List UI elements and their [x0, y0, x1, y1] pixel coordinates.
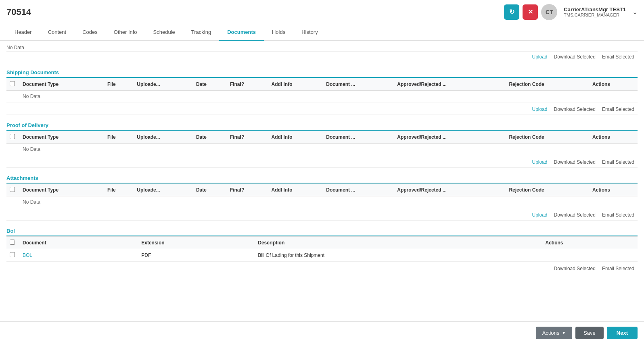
pod-email-selected[interactable]: Email Selected	[602, 159, 634, 165]
pod-col-doc: Document ...	[323, 131, 394, 144]
first-upload-link[interactable]: Upload	[532, 54, 548, 60]
pod-col-doctype: Document Type	[19, 131, 104, 144]
attachments-header: Attachments	[6, 171, 638, 183]
shipping-col-addl: Addl Info	[268, 78, 323, 91]
proof-of-delivery-table: Document Type File Uploade... Date Final…	[6, 131, 638, 155]
bottom-bar: Actions ▼ Save Next	[0, 321, 644, 337]
att-col-approved: Approved/Rejected ...	[394, 184, 506, 196]
att-no-data-row: No Data	[6, 196, 638, 208]
bol-actions-cell	[542, 249, 638, 262]
proof-of-delivery-header: Proof of Delivery	[6, 118, 638, 131]
att-no-data: No Data	[19, 196, 638, 208]
bol-row-checkbox[interactable]	[10, 252, 15, 257]
close-button[interactable]: ✕	[523, 4, 538, 20]
avatar: CT	[541, 4, 557, 20]
tab-codes[interactable]: Codes	[74, 24, 106, 41]
tab-schedule[interactable]: Schedule	[145, 24, 183, 41]
shipping-col-rejection: Rejection Code	[506, 78, 589, 91]
pod-col-rejection: Rejection Code	[506, 131, 589, 144]
pod-download-selected[interactable]: Download Selected	[554, 159, 596, 165]
att-col-actions: Actions	[589, 184, 638, 196]
attachments-section: Attachments Document Type File Uploade..…	[6, 171, 638, 221]
tab-holds[interactable]: Holds	[264, 24, 293, 41]
att-col-file: File	[104, 184, 134, 196]
pod-no-data: No Data	[19, 144, 638, 155]
shipping-col-file: File	[104, 78, 134, 91]
bol-table: Document Extension Description Actions B…	[6, 236, 638, 262]
shipping-no-data: No Data	[19, 91, 638, 102]
pod-col-actions: Actions	[589, 131, 638, 144]
tab-tracking[interactable]: Tracking	[183, 24, 219, 41]
bol-col-actions: Actions	[542, 237, 638, 249]
tabs-bar: Header Content Codes Other Info Schedule…	[0, 24, 644, 41]
refresh-button[interactable]: ↻	[504, 4, 519, 20]
att-upload-link[interactable]: Upload	[532, 212, 548, 218]
shipping-table-actions: Upload Download Selected Email Selected	[6, 104, 638, 115]
bol-document-link[interactable]: BOL	[23, 252, 32, 258]
user-role: TMS.CARRIER_MANAGER	[564, 13, 626, 17]
shipping-col-date: Date	[193, 78, 227, 91]
tab-content[interactable]: Content	[40, 24, 75, 41]
att-email-selected[interactable]: Email Selected	[602, 212, 634, 218]
shipping-col-doctype: Document Type	[19, 78, 104, 91]
pod-upload-link[interactable]: Upload	[532, 159, 548, 165]
shipping-select-all[interactable]	[10, 81, 15, 86]
shipping-documents-section: Shipping Documents Document Type File Up…	[6, 65, 638, 115]
shipping-documents-header: Shipping Documents	[6, 65, 638, 78]
user-dropdown-icon[interactable]: ⌄	[632, 8, 638, 16]
att-col-doctype: Document Type	[19, 184, 104, 196]
bol-download-selected[interactable]: Download Selected	[554, 266, 596, 271]
bol-col-description: Description	[255, 237, 542, 249]
page-title: 70514	[6, 7, 504, 17]
user-info: CarrierATransMgr TEST1 TMS.CARRIER_MANAG…	[564, 6, 626, 17]
shipping-email-selected[interactable]: Email Selected	[602, 106, 634, 112]
shipping-col-doc: Document ...	[323, 78, 394, 91]
attachments-select-all[interactable]	[10, 187, 15, 192]
first-email-selected[interactable]: Email Selected	[602, 54, 634, 60]
shipping-download-selected[interactable]: Download Selected	[554, 106, 596, 112]
att-col-final: Final?	[227, 184, 268, 196]
att-col-uploader: Uploade...	[134, 184, 193, 196]
shipping-upload-link[interactable]: Upload	[532, 106, 548, 112]
first-download-selected[interactable]: Download Selected	[554, 54, 596, 60]
pod-col-file: File	[104, 131, 134, 144]
pod-col-uploader: Uploade...	[134, 131, 193, 144]
bol-select-all[interactable]	[10, 240, 15, 245]
tab-documents[interactable]: Documents	[219, 24, 264, 41]
tab-other-info[interactable]: Other Info	[106, 24, 145, 41]
pod-col-approved: Approved/Rejected ...	[394, 131, 506, 144]
pod-no-data-row: No Data	[6, 144, 638, 155]
bol-extension: PDF	[138, 249, 255, 262]
bol-email-selected[interactable]: Email Selected	[602, 266, 634, 271]
att-col-doc: Document ...	[323, 184, 394, 196]
actions-button[interactable]: Actions ▼	[536, 327, 573, 337]
att-download-selected[interactable]: Download Selected	[554, 212, 596, 218]
pod-select-all[interactable]	[10, 134, 15, 139]
save-button[interactable]: Save	[575, 327, 604, 337]
first-section-no-data: No Data	[6, 45, 24, 50]
tab-header[interactable]: Header	[6, 24, 40, 41]
shipping-no-data-row: No Data	[6, 91, 638, 102]
bol-table-actions: Download Selected Email Selected	[6, 263, 638, 274]
shipping-col-approved: Approved/Rejected ...	[394, 78, 506, 91]
bol-section-header: Bol	[6, 224, 638, 236]
proof-of-delivery-section: Proof of Delivery Document Type File Upl…	[6, 118, 638, 168]
shipping-documents-table: Document Type File Uploade... Date Final…	[6, 78, 638, 102]
bol-col-extension: Extension	[138, 237, 255, 249]
att-col-rejection: Rejection Code	[506, 184, 589, 196]
table-row: BOL PDF Bill Of Lading for this Shipment	[6, 249, 638, 262]
att-col-addl: Addl Info	[268, 184, 323, 196]
bol-description: Bill Of Lading for this Shipment	[255, 249, 542, 262]
topbar-actions: ↻ ✕ CT CarrierATransMgr TEST1 TMS.CARRIE…	[504, 4, 638, 20]
attachments-table: Document Type File Uploade... Date Final…	[6, 183, 638, 208]
bol-section: Bol Document Extension Description Actio…	[6, 224, 638, 274]
main-content: No Data Upload Download Selected Email S…	[0, 41, 644, 337]
bol-col-document: Document	[19, 237, 138, 249]
shipping-col-actions: Actions	[589, 78, 638, 91]
next-button[interactable]: Next	[607, 327, 638, 337]
topbar: 70514 ↻ ✕ CT CarrierATransMgr TEST1 TMS.…	[0, 0, 644, 24]
shipping-col-uploader: Uploade...	[134, 78, 193, 91]
user-name: CarrierATransMgr TEST1	[564, 6, 626, 13]
tab-history[interactable]: History	[293, 24, 326, 41]
first-section-actions: Upload Download Selected Email Selected	[6, 51, 638, 62]
